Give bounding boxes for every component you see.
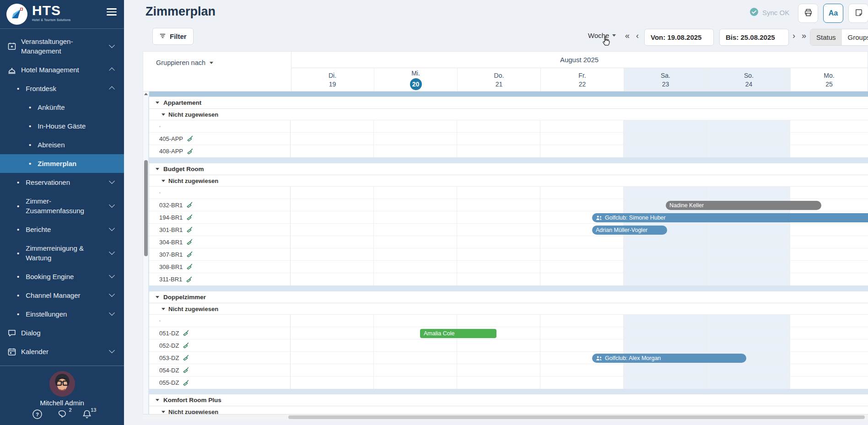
sidebar-item-frontdesk[interactable]: • Frontdesk [0,79,124,98]
group-header-appartement[interactable]: Appartement [149,97,868,109]
calendar-icon [7,347,17,356]
brand-tagline: Hotel & Tourism Solutions [32,19,70,22]
chevron-up-icon [109,86,115,92]
sidebar-item-berichte[interactable]: • Berichte [0,220,124,239]
collapse-icon [156,168,159,170]
subgroup-unassigned[interactable]: Nicht zugewiesen [149,109,868,120]
sidebar-item-booking-engine[interactable]: • Booking Engine [0,267,124,286]
booking-bar-nadine-keller[interactable]: Nadine Keller [666,201,821,210]
day-header-mo[interactable]: Mo.25 [791,68,868,91]
day-header-fr[interactable]: Fr.22 [541,68,624,91]
subgroup-unassigned[interactable]: Nicht zugewiesen [149,175,868,187]
print-button[interactable] [798,4,818,23]
help-icon[interactable]: ? [32,409,43,420]
sidebar-item-einstellungen[interactable]: • Einstellungen [0,305,124,323]
housekeeping-clean-icon [182,329,189,337]
room-row-308-BR1[interactable]: 308-BR1 [149,261,868,273]
unassigned-lane-row[interactable] [149,120,868,133]
menu-toggle-icon[interactable] [107,6,117,17]
group-by-select[interactable]: Gruppieren nach [156,59,213,66]
subgroup-unassigned[interactable]: Nicht zugewiesen [149,406,868,414]
room-row-408-APP[interactable]: 408-APP [149,145,868,157]
sidebar-item-zimmerreinigung[interactable]: • Zimmerreinigung & Wartung [0,239,124,267]
room-row-405-APP[interactable]: 405-APP [149,133,868,145]
day-header-di[interactable]: Di.19 [291,68,374,91]
room-row-054-DZ[interactable]: 054-DZ [149,364,868,377]
room-row-051-DZ[interactable]: 051-DZ [149,327,868,339]
range-select[interactable]: Woche [588,32,616,39]
sidebar-item-reservationen[interactable]: • Reservationen [0,173,124,192]
group-header-komfort-room-plus[interactable]: Komfort Room Plus [149,394,868,406]
sync-status: Sync OK [749,7,789,18]
group-booking-icon [596,215,603,221]
page-title: Zimmerplan [146,5,216,19]
booking-bar-golfclub-simone-huber[interactable]: Golfclub: Simone Huber [592,213,868,222]
sidebar-item-channel-manager[interactable]: • Channel Manager [0,286,124,305]
collapse-icon [156,102,159,104]
sidebar-item-abreisen[interactable]: • Abreisen [0,135,124,154]
sidebar-item-zimmer-zusammenfassung[interactable]: • Zimmer-Zusammenfassung [0,192,124,220]
groups-toggle[interactable]: Groups [842,29,868,45]
prev-week-fast-button[interactable]: « [625,30,630,41]
unassigned-lane-row[interactable] [149,315,868,327]
room-row-311-BR1[interactable]: 311-BR1 [149,273,868,285]
sidebar-item-zimmerplan[interactable]: • Zimmerplan [0,154,124,173]
next-week-button[interactable]: › [793,30,795,41]
sidebar-item-dialog[interactable]: Dialog [0,323,124,342]
grid-header-left: Gruppieren nach [143,52,291,91]
housekeeping-clean-icon [182,379,189,387]
user-panel: Mitchell Admin ? 2 13 [0,366,124,425]
next-week-fast-button[interactable]: » [802,30,806,41]
chevron-down-icon [109,272,115,278]
group-header-budget-room[interactable]: Budget Room [149,163,868,175]
sidebar-item-kalender[interactable]: Kalender [0,342,124,361]
filter-button[interactable]: Filter [152,28,194,45]
notes-button[interactable] [848,4,868,23]
subgroup-unassigned[interactable]: Nicht zugewiesen [149,303,868,315]
sidebar-item-veranstaltungen[interactable]: Veranstaltungen-Management [0,32,124,60]
horizontal-scrollbar-thumb[interactable] [288,415,865,419]
sidebar-item-hotel-management[interactable]: Hotel Management [0,60,124,79]
collapse-icon [162,308,165,310]
notifications-icon[interactable]: 13 [81,409,92,420]
horizontal-scrollbar[interactable] [143,414,868,420]
day-header-do[interactable]: Do.21 [458,68,541,91]
room-row-053-DZ[interactable]: 053-DZ [149,352,868,364]
room-row-307-BR1[interactable]: 307-BR1 [149,248,868,261]
vertical-scrollbar-thumb[interactable] [144,160,148,256]
hts-logo-icon[interactable] [6,4,27,25]
day-header-so[interactable]: So.24 [707,68,791,91]
day-header-sa[interactable]: Sa.23 [624,68,707,91]
note-icon [854,8,863,19]
messages-icon[interactable]: 2 [57,409,68,420]
font-size-button[interactable]: Aa [823,4,843,23]
sidebar-item-inhouse-gaeste[interactable]: • In-House Gäste [0,117,124,135]
room-row-052-DZ[interactable]: 052-DZ [149,339,868,352]
avatar[interactable] [49,371,75,397]
room-row-301-BR1[interactable]: 301-BR1 [149,224,868,236]
day-header-mi-today[interactable]: Mi.20 [374,68,458,91]
date-to-input[interactable]: Bis: 25.08.2025 [719,29,789,46]
housekeeping-clean-icon [186,226,193,233]
sidebar-item-ankuenfte[interactable]: • Ankünfte [0,98,124,117]
collapse-icon [162,113,165,116]
group-header-doppelzimmer[interactable]: Doppelzimmer [149,291,868,303]
housekeeping-clean-icon [182,366,189,374]
date-from-input[interactable]: Von: 19.08.2025 [644,29,714,46]
room-row-055-DZ[interactable]: 055-DZ [149,377,868,389]
status-toggle[interactable]: Status [810,29,842,45]
vertical-scrollbar[interactable] [143,91,148,414]
section-appartement: Appartement Nicht zugewiesen 405-APP 408… [149,97,868,157]
prev-week-button[interactable]: ‹ [636,30,639,41]
room-row-304-BR1[interactable]: 304-BR1 [149,236,868,248]
scroll-up-icon[interactable] [144,93,148,95]
booking-bar-golfclub-alex-morgan[interactable]: Golfclub: Alex Morgan [592,354,746,363]
svg-text:?: ? [36,412,39,417]
booking-bar-adrian-mueller-vogler[interactable]: Adrian Müller-Vogler [592,226,667,235]
unassigned-lane-row[interactable] [149,187,868,199]
housekeeping-clean-icon [182,354,189,361]
booking-bar-amalia-cole[interactable]: Amalia Cole [420,329,496,338]
collapse-icon [156,296,159,298]
brand-name: HTS [32,4,70,17]
housekeeping-clean-icon [186,135,194,142]
